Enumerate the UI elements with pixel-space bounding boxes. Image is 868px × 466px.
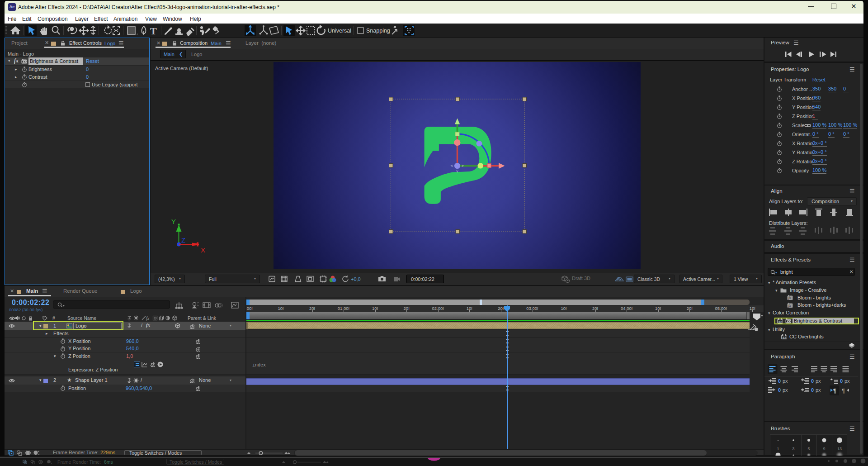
svg-text:¶: ¶ (842, 387, 845, 394)
svg-text:fx: fx (788, 304, 791, 308)
svg-text:1: 1 (777, 447, 779, 451)
svg-text:fx: fx (788, 296, 791, 300)
svg-text:X: X (201, 246, 205, 254)
svg-text:Snapping: Snapping (366, 28, 390, 34)
svg-text:T: T (150, 25, 157, 37)
svg-text:Z: Z (181, 236, 185, 244)
svg-text:Universal: Universal (328, 28, 351, 34)
svg-text:Y: Y (171, 218, 176, 225)
svg-text:¶: ¶ (833, 387, 836, 394)
svg-text:3: 3 (792, 447, 794, 451)
svg-text:+0,0: +0,0 (351, 276, 361, 282)
svg-text:5: 5 (807, 447, 810, 451)
svg-text:fx: fx (146, 316, 150, 321)
svg-text:9: 9 (823, 447, 825, 451)
svg-text:13: 13 (837, 447, 842, 451)
